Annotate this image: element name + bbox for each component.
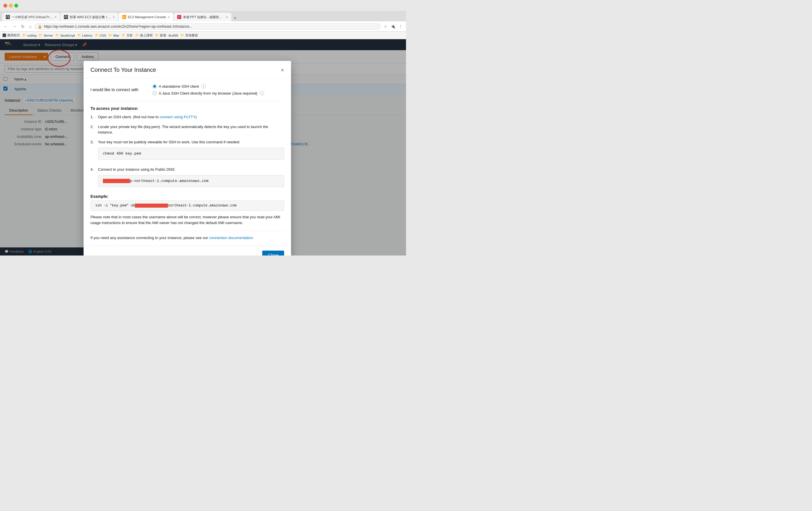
- apps-icon: ⬛: [2, 33, 6, 37]
- aws-console: aws Services ▾ Resource Groups ▾ 📌 Launc…: [0, 39, 406, 255]
- browser-tab-1[interactable]: 一小時完成 VPS (Virtual Privat... ×: [2, 13, 60, 21]
- back-button[interactable]: ←: [2, 24, 9, 29]
- modal-title: Connect To Your Instance: [90, 66, 156, 73]
- tab-favicon-4: P: [177, 15, 181, 19]
- folder-icon-5: 📁: [95, 33, 99, 37]
- extension-icon[interactable]: 🔌: [390, 23, 396, 30]
- folder-icon-9: 📁: [155, 33, 159, 37]
- info-icon-java[interactable]: i: [260, 91, 264, 96]
- step-body-2: Locate your private key file (key.pem). …: [98, 124, 284, 135]
- connection-options: A standalone SSH client i A Java SSH Cli…: [153, 84, 264, 96]
- tab-title-3: EC2 Management Console: [128, 15, 166, 19]
- modal-header: Connect To Your Instance ×: [84, 61, 291, 78]
- modal-divider-1: [90, 101, 284, 102]
- bookmark-tkuwifi[interactable]: tkuWifi: [169, 34, 178, 37]
- dns-block[interactable]: ████████████p-northeast-1.compute.amazon…: [98, 175, 284, 187]
- forward-button[interactable]: →: [11, 24, 18, 29]
- step-num-4: 4.: [90, 167, 95, 190]
- reload-button[interactable]: ↻: [20, 24, 26, 29]
- folder-icon-8: 📁: [135, 33, 139, 37]
- access-section: To access your instance: 1. Open an SSH …: [90, 106, 284, 190]
- home-button[interactable]: ⌂: [28, 24, 33, 29]
- folder-icon: 📁: [22, 33, 26, 37]
- bookmark-wenqin[interactable]: 📁 文欽: [122, 33, 133, 37]
- connect-with-row: I would like to connect with A standalon…: [90, 84, 284, 96]
- tab-favicon-2: [64, 15, 68, 19]
- chmod-command-block[interactable]: chmod 400 key.pem: [98, 147, 284, 160]
- connect-with-label: I would like to connect with: [90, 87, 148, 92]
- browser-titlebar: [0, 0, 406, 11]
- bookmark-apps[interactable]: ⬛ 應用程式: [2, 33, 20, 37]
- bookmark-mac[interactable]: 📁 Mac: [108, 33, 119, 37]
- tab-title-2: 部署 AWS EC2 遠端主機 + Ubu...: [70, 15, 111, 19]
- more-icon[interactable]: ⋮: [397, 23, 404, 30]
- browser-tab-3[interactable]: EC EC2 Management Console ×: [119, 13, 173, 21]
- assist-text: If you need any assistance connecting to…: [90, 236, 284, 240]
- tab-close-4[interactable]: ×: [226, 15, 228, 19]
- folder-icon-7: 📁: [122, 33, 126, 37]
- bookmark-online-course[interactable]: 📁 線上課程: [135, 33, 153, 37]
- example-label: Example:: [90, 194, 284, 199]
- tab-close-3[interactable]: ×: [168, 15, 169, 19]
- step-body-3: Your key must not be publicly viewable f…: [98, 139, 284, 163]
- access-step-4: 4. Connect to your instance using its Pu…: [90, 167, 284, 190]
- address-box[interactable]: 🔒 https://ap-northeast-1.console.aws.ama…: [35, 23, 381, 30]
- note-text: Please note that in most cases the usern…: [90, 214, 284, 226]
- folder-icon-6: 📁: [108, 33, 112, 37]
- browser-addressbar: ← → ↻ ⌂ 🔒 https://ap-northeast-1.console…: [0, 21, 406, 32]
- putty-link[interactable]: connect using PuTTY: [160, 115, 195, 119]
- traffic-light-close[interactable]: [3, 4, 7, 7]
- tab-title-1: 一小時完成 VPS (Virtual Privat...: [11, 15, 53, 19]
- access-step-1: 1. Open an SSH client. (find out how to …: [90, 114, 284, 120]
- example-redacted: ████████████████: [135, 204, 168, 208]
- example-code-block[interactable]: ssh -i "key.pem" ub████████████████north…: [90, 200, 284, 211]
- bookmark-js[interactable]: 📁 JavaScript: [55, 33, 75, 37]
- browser-tab-4[interactable]: P 來個 PPT 短網址 - 縮圖剪樂！ ×: [174, 13, 231, 21]
- close-modal-button[interactable]: Close: [262, 250, 284, 255]
- step-num-1: 1.: [90, 114, 95, 120]
- access-step-3: 3. Your key must not be publicly viewabl…: [90, 139, 284, 163]
- folder-icon-3: 📁: [55, 33, 59, 37]
- browser-tab-2[interactable]: 部署 AWS EC2 遠端主機 + Ubu... ×: [60, 13, 118, 21]
- radio-java-ssh[interactable]: [153, 91, 156, 95]
- bookmark-lidemy[interactable]: 📁 Lidemy: [77, 33, 92, 37]
- tab-title-4: 來個 PPT 短網址 - 縮圖剪樂！: [183, 15, 225, 19]
- bookmark-other[interactable]: 📁 其他書簽: [180, 33, 198, 37]
- step-num-2: 2.: [90, 124, 95, 135]
- bookmark-server[interactable]: 📁 Server: [39, 33, 53, 37]
- tab-close-1[interactable]: ×: [55, 15, 56, 19]
- tab-favicon-3: EC: [122, 15, 126, 19]
- browser-toolbar-icons: ☆ 🔌 ⋮: [382, 23, 404, 30]
- traffic-light-maximize[interactable]: [14, 4, 18, 7]
- bookmark-icon[interactable]: ☆: [382, 23, 389, 30]
- bookmark-css[interactable]: 📁 CSS: [95, 33, 106, 37]
- dns-redacted: ████████████: [103, 179, 130, 183]
- connect-instance-modal: Connect To Your Instance × I would like …: [84, 61, 291, 255]
- tab-close-2[interactable]: ×: [113, 15, 115, 19]
- traffic-light-minimize[interactable]: [9, 4, 13, 7]
- browser-tabs: 一小時完成 VPS (Virtual Privat... × 部署 AWS EC…: [0, 11, 406, 21]
- step-body-4: Connect to your instance using its Publi…: [98, 167, 284, 190]
- bookmark-travel[interactable]: 📁 旅遊: [155, 33, 166, 37]
- lock-icon: 🔒: [38, 25, 42, 29]
- step-num-3: 3.: [90, 139, 95, 163]
- modal-close-x-button[interactable]: ×: [281, 67, 284, 73]
- info-icon-ssh[interactable]: i: [201, 84, 206, 88]
- example-prefix: ssh -i "key.pem" ub: [95, 204, 135, 208]
- option-java-ssh[interactable]: A Java SSH Client directly from my brows…: [153, 91, 264, 96]
- dns-suffix: p-northeast-1.compute.amazonaws.com: [130, 179, 209, 183]
- step-body-1: Open an SSH client. (find out how to con…: [98, 114, 284, 120]
- browser-chrome: 一小時完成 VPS (Virtual Privat... × 部署 AWS EC…: [0, 0, 406, 39]
- connection-doc-link[interactable]: connection documentation: [209, 236, 253, 240]
- new-tab-button[interactable]: +: [232, 15, 239, 21]
- address-text: https://ap-northeast-1.console.aws.amazo…: [44, 25, 192, 29]
- example-section: Example: ssh -i "key.pem" ub████████████…: [90, 194, 284, 211]
- example-suffix: northeast-1.compute.amazonaws.com: [168, 204, 237, 208]
- bookmarks-bar: ⬛ 應用程式 📁 coding 📁 Server 📁 JavaScript 📁 …: [0, 32, 406, 39]
- folder-icon-2: 📁: [39, 33, 42, 37]
- bookmark-coding[interactable]: 📁 coding: [22, 33, 36, 37]
- access-title: To access your instance:: [90, 106, 284, 111]
- access-steps-list: 1. Open an SSH client. (find out how to …: [90, 114, 284, 190]
- radio-standalone-ssh[interactable]: [153, 84, 156, 88]
- option-standalone-ssh[interactable]: A standalone SSH client i: [153, 84, 264, 88]
